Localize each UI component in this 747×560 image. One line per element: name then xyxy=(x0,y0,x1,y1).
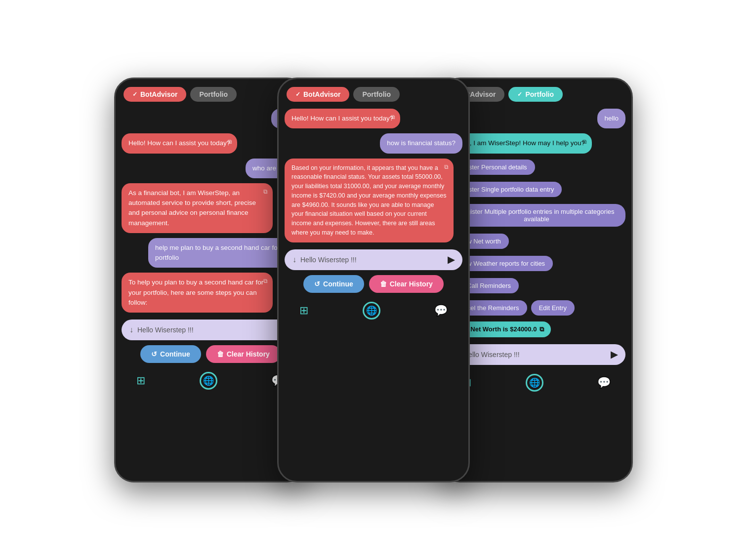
tab-portfolio-1[interactable]: Portfolio xyxy=(190,87,237,102)
suggestion-register-multiple[interactable]: Register Multiple portfolio entries in m… xyxy=(448,204,625,227)
copy-icon-7[interactable]: ⧉ xyxy=(540,325,544,333)
msg-user-financial-2: how is financial status? xyxy=(380,133,462,153)
msg-bot-status-2: Based on your information, it appears th… xyxy=(285,159,454,242)
copy-icon-2[interactable]: ⧉ xyxy=(263,187,268,196)
input-row-1: ↓ Hello Wiserstep !!! ▶ xyxy=(122,320,299,340)
globe-icon-3[interactable]: 🌐 xyxy=(526,374,543,392)
clear-history-button-1[interactable]: 🗑 Clear History xyxy=(206,345,281,363)
continue-icon-1: ↺ xyxy=(151,350,157,358)
msg-bot-greet-2: Hello! How can I assist you today? ⧉ xyxy=(285,109,400,128)
tab-botadvisor-2[interactable]: ✓ BotAdvisor xyxy=(287,87,349,102)
msg-bot-car-1: To help you plan to buy a second hand ca… xyxy=(122,273,273,313)
chat-area-2: Hello! How can I assist you today? ⧉ how… xyxy=(285,109,462,245)
msg-bot-intro-1: As a financial bot, I am WiserStep, an a… xyxy=(122,183,273,233)
phones-container: ✓ BotAdvisor Portfolio hello Hello! How … xyxy=(114,78,633,482)
arrow-down-icon-1: ↓ xyxy=(129,325,133,334)
bottom-nav-1: ⊞ 🌐 💬 xyxy=(122,366,299,394)
chat-icon-2[interactable]: 💬 xyxy=(434,304,448,317)
msg-user-hello-3: hello xyxy=(597,109,625,128)
globe-icon-2[interactable]: 🌐 xyxy=(363,302,380,320)
arrow-down-icon-2: ↓ xyxy=(292,255,296,264)
tab-bar-3: BotAdvisor ✓ Portfolio xyxy=(448,87,625,102)
tab-portfolio-3[interactable]: ✓ Portfolio xyxy=(508,87,563,102)
copy-icon-6[interactable]: ⧉ xyxy=(582,137,587,146)
trash-icon-1: 🗑 xyxy=(217,350,224,358)
trash-icon-2: 🗑 xyxy=(380,280,387,288)
chat-area-3: hello Hello, I am WiserStep! How may I h… xyxy=(448,109,625,340)
send-button-3[interactable]: ▶ xyxy=(611,349,618,360)
input-placeholder-2[interactable]: Hello Wiserstep !!! xyxy=(300,256,444,264)
check-icon-3: ✓ xyxy=(517,91,522,98)
chat-area-1: hello Hello! How can I assist you today?… xyxy=(122,109,299,316)
check-icon: ✓ xyxy=(132,91,137,98)
input-placeholder-3[interactable]: Hello Wiserstep !!! xyxy=(463,351,607,359)
chat-icon-3[interactable]: 💬 xyxy=(597,376,611,389)
tab-bar-1: ✓ BotAdvisor Portfolio xyxy=(122,87,299,102)
action-row-1: ↺ Continue 🗑 Clear History xyxy=(122,345,299,363)
msg-bot-greet-1: Hello! How can I assist you today? ⧉ xyxy=(122,133,237,153)
bottom-nav-2: ⊞ 🌐 💬 xyxy=(285,296,462,323)
action-row-2: ↺ Continue 🗑 Clear History xyxy=(285,275,462,293)
input-placeholder-1[interactable]: Hello Wiserstep !!! xyxy=(137,326,281,334)
copy-icon-1[interactable]: ⧉ xyxy=(228,137,232,146)
tab-portfolio-2[interactable]: Portfolio xyxy=(353,87,400,102)
check-icon-2: ✓ xyxy=(295,91,300,98)
grid-icon-2[interactable]: ⊞ xyxy=(299,304,308,317)
continue-button-2[interactable]: ↺ Continue xyxy=(303,275,364,293)
globe-icon-1[interactable]: 🌐 xyxy=(200,372,217,390)
bottom-nav-3: ⊞ 🌐 💬 xyxy=(448,368,625,396)
continue-icon-2: ↺ xyxy=(314,280,320,288)
grid-icon-1[interactable]: ⊞ xyxy=(136,374,145,387)
copy-icon-5[interactable]: ⧉ xyxy=(444,162,449,171)
copy-icon-4[interactable]: ⧉ xyxy=(391,113,395,121)
send-button-2[interactable]: ▶ xyxy=(448,254,455,265)
input-row-2: ↓ Hello Wiserstep !!! ▶ xyxy=(285,249,462,270)
suggestion-edit-entry[interactable]: Edit Entry xyxy=(531,300,575,316)
tab-botadvisor-1[interactable]: ✓ BotAdvisor xyxy=(124,87,186,102)
clear-history-button-2[interactable]: 🗑 Clear History xyxy=(369,275,444,293)
copy-icon-3[interactable]: ⧉ xyxy=(263,277,268,285)
tab-bar-2: ✓ BotAdvisor Portfolio xyxy=(285,87,462,102)
continue-button-1[interactable]: ↺ Continue xyxy=(140,345,201,363)
input-row-3: ↓ Hello Wiserstep !!! ▶ xyxy=(448,344,625,365)
phone-2: ✓ BotAdvisor Portfolio Hello! How can I … xyxy=(277,78,470,482)
